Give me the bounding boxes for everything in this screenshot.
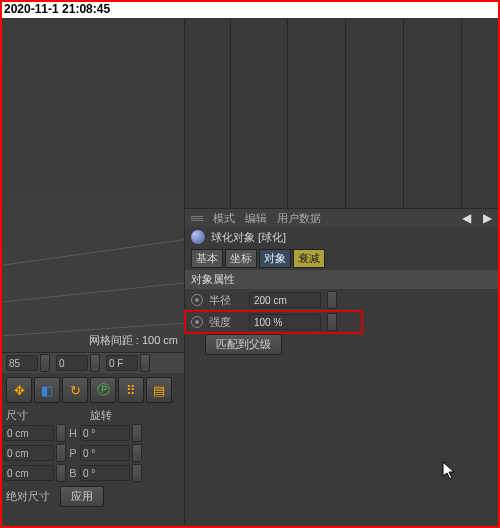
spinner[interactable] [40,354,50,372]
size-header: 尺寸 [2,408,66,423]
spinner[interactable] [56,424,66,442]
grid-tool-button[interactable]: ⠿ [118,377,144,403]
film-tool-button[interactable]: ▤ [146,377,172,403]
prop-row-radius: 半径 [185,289,498,311]
spinner[interactable] [56,464,66,482]
viewport-status-text: 网格间距 : 100 cm [89,333,178,348]
tab-object[interactable]: 对象 [259,249,291,268]
grid-line [56,202,57,203]
spinner[interactable] [56,444,66,462]
tool-bar: ✥ ◧ ↻ Ⓟ ⠿ ▤ [2,373,184,407]
spinner[interactable] [132,424,142,442]
fit-row: 匹配到父级 [185,333,498,355]
spinner[interactable] [140,354,150,372]
grid-line [2,282,184,302]
window-outline: 2020-11-1 21:08:45 网格间距 : 100 cm [0,0,500,528]
transform-row-2: P [2,443,184,463]
object-title-text: 球化对象 [球化] [211,230,286,245]
prop-row-strength: 强度 [185,311,362,333]
grid-line [2,239,184,266]
fit-to-parent-button[interactable]: 匹配到父级 [205,334,282,355]
move-tool-button[interactable]: ✥ [6,377,32,403]
radio-icon[interactable] [191,316,203,328]
p-tool-button[interactable]: Ⓟ [90,377,116,403]
strength-label: 强度 [209,315,243,330]
timestamp-overlay: 2020-11-1 21:08:45 [2,2,498,18]
nav-left-icon[interactable]: ◀ [462,211,471,225]
axis-label: B [68,467,78,479]
strength-input[interactable] [249,314,321,330]
left-column: 网格间距 : 100 cm ✥ ◧ ↻ [2,18,184,526]
cube-tool-button[interactable]: ◧ [34,377,60,403]
object-list-panel[interactable] [185,18,498,209]
axis-label: H [68,427,78,439]
spinner[interactable] [327,291,337,309]
property-tabs: 基本 坐标 对象 衰减 [185,247,498,270]
footer-row: 绝对尺寸 应用 [2,483,184,509]
section-object-props: 对象属性 [185,270,498,289]
transform-headers: 尺寸 旋转 [2,407,184,423]
menu-mode[interactable]: 模式 [213,211,235,226]
spinner[interactable] [327,313,337,331]
rotate-header: 旋转 [66,408,150,423]
apply-button[interactable]: 应用 [60,486,104,507]
abs-size-label: 绝对尺寸 [6,489,50,504]
attribute-menu-bar: 模式 编辑 用户数据 ◀ ▶ [185,209,498,227]
spinner[interactable] [132,464,142,482]
mouse-cursor-icon [442,461,458,486]
rotate-field-3[interactable] [80,465,130,481]
3d-viewport[interactable]: 网格间距 : 100 cm [2,18,184,353]
nav-right-icon[interactable]: ▶ [483,211,492,225]
dock-handle-icon[interactable] [191,216,203,221]
size-field-3[interactable] [4,465,54,481]
tab-coord[interactable]: 坐标 [225,249,257,268]
rotate-field-2[interactable] [80,445,130,461]
coord-field-3[interactable] [106,355,138,371]
radius-input[interactable] [249,292,321,308]
tab-decay[interactable]: 衰减 [293,249,325,268]
spinner[interactable] [132,444,142,462]
radio-icon[interactable] [191,294,203,306]
rotate-tool-button[interactable]: ↻ [62,377,88,403]
coord-bar [2,353,184,373]
sphere-icon [191,230,205,244]
tab-basic[interactable]: 基本 [191,249,223,268]
transform-row-3: B [2,463,184,483]
object-title-row: 球化对象 [球化] [185,227,498,247]
size-field-1[interactable] [4,425,54,441]
spinner[interactable] [90,354,100,372]
menu-edit[interactable]: 编辑 [245,211,267,226]
content-area: 网格间距 : 100 cm ✥ ◧ ↻ [2,18,498,526]
coord-field-1[interactable] [6,355,38,371]
radius-label: 半径 [209,293,243,308]
coord-field-2[interactable] [56,355,88,371]
grid-line [111,202,113,203]
rotate-field-1[interactable] [80,425,130,441]
menu-userdata[interactable]: 用户数据 [277,211,321,226]
transform-row-1: H [2,423,184,443]
size-field-2[interactable] [4,445,54,461]
axis-label: P [68,447,78,459]
right-column: 模式 编辑 用户数据 ◀ ▶ 球化对象 [球化] 基本 坐标 对象 衰减 对象属… [184,18,498,526]
